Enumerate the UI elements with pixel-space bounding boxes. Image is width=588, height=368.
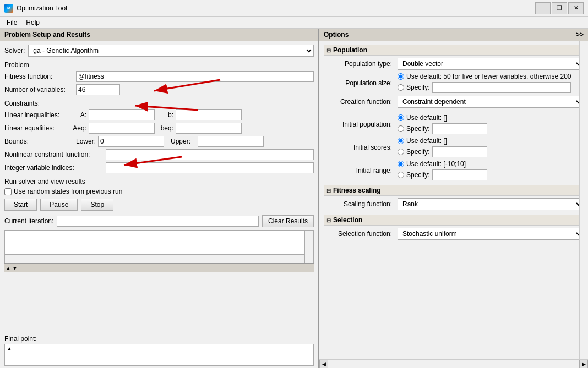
- nonlinear-input[interactable]: [106, 149, 314, 160]
- options-vscrollbar[interactable]: [579, 41, 588, 359]
- right-panel-header: Options >>: [319, 29, 588, 41]
- selection-collapse-icon[interactable]: ⊟: [326, 217, 331, 223]
- linear-ineq-label: Linear inequalities:: [4, 111, 70, 119]
- final-point-label: Final point:: [4, 335, 314, 343]
- b-input[interactable]: [176, 109, 242, 120]
- iteration-row: Current iteration: Clear Results: [4, 215, 314, 227]
- solver-label: Solver:: [4, 47, 25, 54]
- init-scores-row: Initial scores: Use default: [] Specify:: [324, 137, 584, 157]
- menu-file[interactable]: File: [2, 18, 21, 28]
- nonlinear-label: Nonlinear constraint function:: [4, 151, 104, 158]
- clear-results-button[interactable]: Clear Results: [262, 215, 314, 227]
- upper-input[interactable]: [198, 136, 264, 147]
- final-point-area: ▲: [4, 344, 314, 366]
- creation-fn-select[interactable]: Constraint dependent: [398, 96, 584, 108]
- pop-type-row: Population type: Double vector: [324, 58, 584, 70]
- init-range-specify-option: Specify:: [398, 169, 487, 180]
- minimize-button[interactable]: —: [535, 2, 551, 14]
- upper-label: Upper:: [171, 138, 195, 145]
- pop-size-default-label: Use default: 50 for five or fewer variab…: [406, 73, 571, 80]
- creation-fn-row: Creation function: Constraint dependent: [324, 96, 584, 108]
- selection-title: Selection: [333, 216, 362, 224]
- fitness-scaling-group: ⊟ Fitness scaling Scaling function: Rank: [324, 185, 584, 210]
- numvar-row: Number of variables:: [4, 84, 314, 95]
- hscroll-left-btn[interactable]: ◀: [319, 360, 328, 369]
- fitness-input[interactable]: [76, 71, 314, 82]
- init-range-specify-radio[interactable]: [398, 172, 404, 178]
- selection-fn-label: Selection function:: [324, 230, 395, 238]
- iteration-input[interactable]: [57, 216, 259, 227]
- init-range-specify-label: Specify:: [406, 171, 430, 179]
- resize-down-icon[interactable]: ▼: [12, 265, 18, 271]
- scaling-fn-select[interactable]: Rank: [398, 198, 584, 210]
- options-hscrollbar: ◀ ▶: [319, 359, 588, 368]
- init-range-row: Initial range: Use default: [-10;10] Spe…: [324, 160, 584, 180]
- app-title: Optimization Tool: [17, 4, 67, 12]
- init-pop-specify-input[interactable]: [432, 123, 487, 134]
- aeq-label: Aeq:: [73, 124, 86, 132]
- left-panel-content: Solver: ga - Genetic Algorithm Problem F…: [0, 41, 318, 333]
- bounds-row: Bounds: Lower: Upper:: [4, 136, 314, 147]
- pop-type-select[interactable]: Double vector: [398, 58, 584, 70]
- final-point-section: Final point: ▲: [0, 333, 318, 368]
- hscroll-right-btn[interactable]: ▶: [579, 360, 588, 369]
- app-logo: M: [4, 4, 13, 13]
- pop-size-specify-option: Specify:: [398, 82, 571, 93]
- init-scores-default-option: Use default: []: [398, 137, 487, 145]
- scaling-fn-label: Scaling function:: [324, 200, 395, 208]
- init-pop-default-option: Use default: []: [398, 114, 487, 122]
- random-states-row: Use random states from previous run: [4, 188, 314, 195]
- fitness-row: Fitness function:: [4, 71, 314, 82]
- random-states-label: Use random states from previous run: [14, 188, 122, 195]
- population-collapse-icon[interactable]: ⊟: [326, 47, 331, 53]
- init-range-default-label: Use default: [-10;10]: [406, 160, 466, 168]
- a-label: A:: [73, 111, 86, 119]
- init-range-label: Initial range:: [324, 167, 395, 174]
- pop-size-row: Population size: Use default: 50 for fiv…: [324, 73, 584, 93]
- fitness-scaling-collapse-icon[interactable]: ⊟: [326, 188, 331, 194]
- numvar-input[interactable]: [76, 84, 120, 95]
- pop-size-specify-input[interactable]: [432, 82, 571, 93]
- selection-header: ⊟ Selection: [324, 215, 584, 226]
- beq-input[interactable]: [176, 123, 242, 134]
- output-hscrollbar[interactable]: [5, 254, 304, 263]
- menu-bar: File Help: [0, 17, 588, 29]
- init-scores-default-radio[interactable]: [398, 138, 404, 144]
- init-pop-specify-radio[interactable]: [398, 125, 404, 132]
- init-range-specify-input[interactable]: [432, 169, 487, 180]
- hscroll-track[interactable]: [328, 360, 579, 369]
- stop-button[interactable]: Stop: [81, 199, 113, 211]
- solver-row: Solver: ga - Genetic Algorithm: [4, 45, 314, 57]
- population-group: ⊟ Population Population type: Double vec…: [324, 45, 584, 180]
- output-vscrollbar[interactable]: [304, 231, 313, 263]
- restore-button[interactable]: ❐: [552, 2, 567, 14]
- scaling-fn-row: Scaling function: Rank: [324, 198, 584, 210]
- expand-icon[interactable]: >>: [576, 31, 584, 39]
- linear-eq-label: Linear equalities:: [4, 124, 70, 132]
- selection-fn-select[interactable]: Stochastic uniform: [398, 228, 584, 240]
- menu-help[interactable]: Help: [21, 18, 44, 28]
- linear-eq-row: Linear equalities: Aeq: beq:: [4, 123, 314, 134]
- lower-input[interactable]: [98, 136, 164, 147]
- creation-fn-label: Creation function:: [324, 98, 395, 106]
- solver-select[interactable]: ga - Genetic Algorithm: [28, 45, 314, 57]
- init-scores-specify-radio[interactable]: [398, 149, 404, 155]
- init-scores-specify-input[interactable]: [432, 146, 487, 157]
- close-button[interactable]: ✕: [568, 2, 584, 14]
- pause-button[interactable]: Pause: [40, 199, 78, 211]
- fitness-scaling-title: Fitness scaling: [333, 186, 381, 194]
- random-states-checkbox[interactable]: [4, 188, 12, 195]
- init-range-default-radio[interactable]: [398, 161, 404, 167]
- lower-label: Lower:: [73, 138, 96, 145]
- integer-input[interactable]: [106, 162, 314, 173]
- pop-size-default-radio[interactable]: [398, 73, 404, 80]
- b-label: b:: [157, 111, 173, 119]
- aeq-input[interactable]: [89, 123, 155, 134]
- init-scores-default-label: Use default: []: [406, 137, 447, 145]
- init-scores-label: Initial scores:: [324, 144, 395, 151]
- a-input[interactable]: [89, 109, 155, 120]
- pop-size-specify-radio[interactable]: [398, 84, 404, 91]
- start-button[interactable]: Start: [4, 199, 37, 211]
- init-pop-default-radio[interactable]: [398, 114, 404, 121]
- resize-up-icon[interactable]: ▲: [6, 265, 11, 271]
